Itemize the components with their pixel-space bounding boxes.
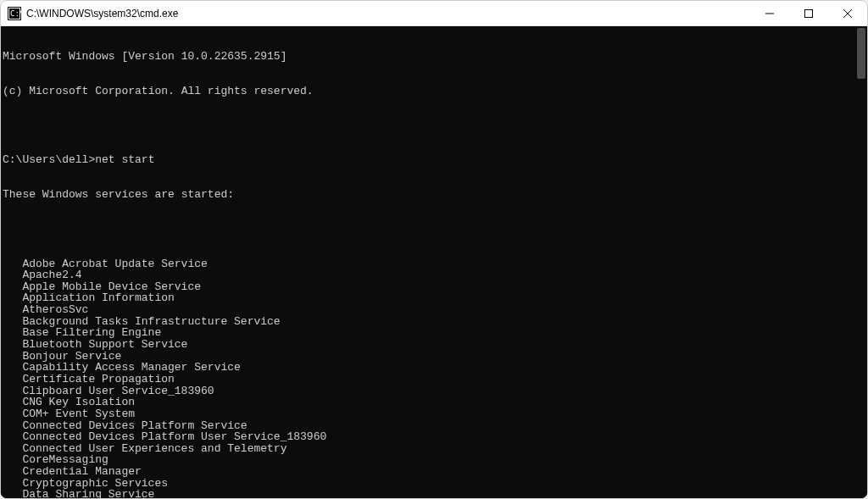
- service-item: Clipboard User Service_183960: [3, 385, 855, 397]
- service-item: Cryptographic Services: [3, 478, 855, 490]
- service-item: Connected User Experiences and Telemetry: [3, 443, 855, 455]
- service-item: Credential Manager: [3, 466, 855, 478]
- command-text: net start: [95, 153, 154, 166]
- services-header: These Windows services are started:: [3, 189, 855, 201]
- service-item: Base Filtering Engine: [3, 327, 855, 339]
- blank-line: [3, 120, 855, 131]
- service-item: Certificate Propagation: [3, 374, 855, 385]
- titlebar[interactable]: C:\ C:\WINDOWS\system32\cmd.exe: [1, 1, 867, 26]
- version-line: Microsoft Windows [Version 10.0.22635.29…: [3, 51, 855, 63]
- service-item: COM+ Event System: [3, 408, 855, 420]
- service-item: Data Sharing Service: [3, 489, 855, 498]
- scrollbar[interactable]: [855, 26, 867, 498]
- service-item: Apache2.4: [3, 269, 855, 281]
- close-button[interactable]: [828, 1, 867, 25]
- service-item: Adobe Acrobat Update Service: [3, 258, 855, 270]
- copyright-line: (c) Microsoft Corporation. All rights re…: [3, 86, 855, 97]
- command-line: C:\Users\dell>net start: [3, 154, 855, 166]
- scrollbar-thumb[interactable]: [857, 28, 865, 79]
- window-title: C:\WINDOWS\system32\cmd.exe: [26, 8, 750, 19]
- window-controls: [750, 1, 867, 25]
- service-item: Application Information: [3, 292, 855, 304]
- services-list: Adobe Acrobat Update ServiceApache2.4App…: [3, 258, 855, 498]
- maximize-button[interactable]: [789, 1, 828, 25]
- service-item: Bluetooth Support Service: [3, 339, 855, 351]
- service-item: AtherosSvc: [3, 304, 855, 316]
- service-item: CNG Key Isolation: [3, 396, 855, 408]
- service-item: CoreMessaging: [3, 454, 855, 466]
- service-item: Connected Devices Platform User Service_…: [3, 431, 855, 443]
- service-item: Connected Devices Platform Service: [3, 420, 855, 432]
- service-item: Background Tasks Infrastructure Service: [3, 316, 855, 328]
- svg-text:C:\: C:\: [10, 9, 21, 18]
- cmd-window: C:\ C:\WINDOWS\system32\cmd.exe Microsof…: [0, 0, 868, 499]
- service-item: Capability Access Manager Service: [3, 362, 855, 374]
- svg-rect-5: [805, 9, 813, 17]
- blank-line: [3, 224, 855, 235]
- prompt: C:\Users\dell>: [3, 153, 95, 166]
- service-item: Bonjour Service: [3, 351, 855, 363]
- minimize-button[interactable]: [750, 1, 789, 25]
- cmd-icon: C:\: [8, 7, 21, 20]
- terminal-wrapper: Microsoft Windows [Version 10.0.22635.29…: [1, 26, 867, 498]
- terminal-output[interactable]: Microsoft Windows [Version 10.0.22635.29…: [1, 26, 855, 498]
- service-item: Apple Mobile Device Service: [3, 281, 855, 293]
